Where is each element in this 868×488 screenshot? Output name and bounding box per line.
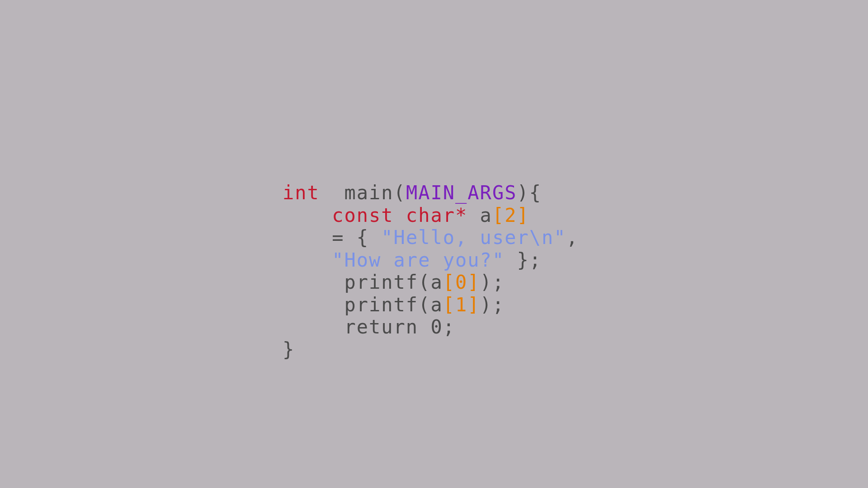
keyword-const-char: const char*	[332, 204, 467, 226]
macro-main-args: MAIN_ARGS	[406, 182, 517, 204]
code-snippet: int main(MAIN_ARGS){ const char* a[2] = …	[283, 182, 579, 361]
string-how: "How are you?"	[332, 249, 505, 271]
bracket-close-3: ]	[467, 294, 480, 316]
call-printf-2a: printf(a	[332, 294, 443, 316]
bracket-open-3: [	[443, 294, 455, 316]
identifier-a: a	[467, 204, 492, 226]
return-stmt: return 0;	[332, 316, 455, 338]
literal-one: 1	[455, 294, 467, 316]
bracket-close: ]	[517, 204, 529, 226]
bracket-open-2: [	[443, 271, 455, 293]
comma-1: ,	[566, 226, 579, 249]
literal-zero: 0	[455, 271, 467, 293]
bracket-close-2: ]	[467, 271, 480, 293]
literal-two: 2	[505, 204, 517, 226]
keyword-int: int	[283, 182, 320, 204]
paren-open: (	[394, 182, 406, 204]
paren-close-brace: ){	[517, 182, 542, 204]
bracket-open: [	[492, 204, 505, 226]
brace-close: }	[283, 338, 295, 361]
call-printf-1a: printf(a	[332, 271, 443, 293]
assign-open: = {	[332, 226, 381, 249]
call-close-1: );	[480, 271, 505, 293]
init-close: };	[505, 249, 542, 271]
string-hello: "Hello, user\n"	[381, 226, 566, 249]
call-close-2: );	[480, 294, 505, 316]
identifier-main: main	[344, 182, 393, 204]
